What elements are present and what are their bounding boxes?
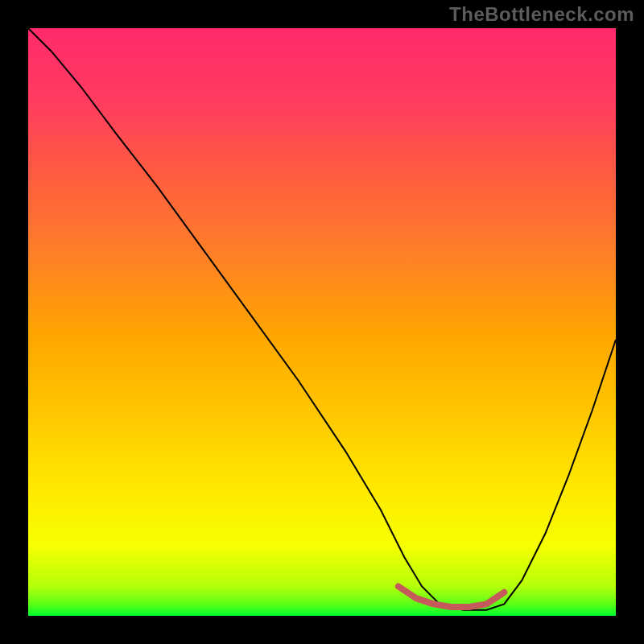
bottleneck-curve — [28, 28, 616, 610]
plot-area — [28, 28, 616, 616]
optimal-range-marker — [398, 587, 504, 608]
chart-frame: TheBottleneck.com — [0, 0, 644, 644]
chart-svg — [28, 28, 616, 616]
watermark-text: TheBottleneck.com — [449, 3, 634, 26]
